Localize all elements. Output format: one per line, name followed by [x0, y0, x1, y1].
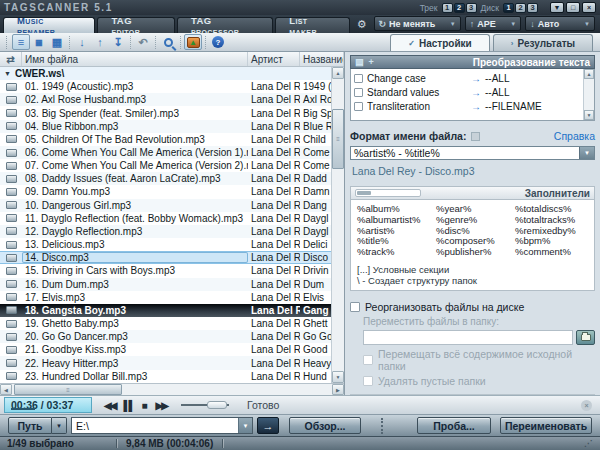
go-button[interactable]: → — [257, 417, 279, 434]
grid-large-icon[interactable]: ▦ — [48, 34, 66, 50]
list-icon[interactable]: ▤ — [355, 57, 364, 67]
search-icon[interactable] — [159, 34, 177, 50]
close-icon[interactable]: × — [582, 2, 596, 13]
path-combobox[interactable]: E:\ ▼ — [71, 417, 253, 434]
slider-thumb[interactable] — [207, 401, 227, 409]
placeholder-item[interactable]: %comment% — [515, 247, 588, 258]
folder-row[interactable]: ▼ CWER.ws\ — [0, 67, 331, 80]
grid-small-icon[interactable]: ▦ — [30, 34, 48, 50]
column-title[interactable]: Название — [300, 52, 344, 66]
file-row[interactable]: 16. Dum Dum.mp3Lana Del ReyDum — [0, 278, 331, 291]
placeholder-item[interactable]: %publisher% — [436, 247, 515, 258]
move-up-icon[interactable]: ↑ — [91, 34, 109, 50]
track-number-button[interactable]: 2 — [454, 3, 465, 13]
tag-write-dropdown[interactable]: ↓ Авто ▼ — [525, 16, 595, 31]
tag-mode-dropdown[interactable]: ↻ Не менять ▼ — [374, 16, 461, 31]
scroll-up-icon[interactable]: ▲ — [332, 67, 344, 79]
previous-icon[interactable]: ◀◀ — [104, 400, 115, 411]
column-filename[interactable]: Имя файла — [22, 52, 248, 66]
checkbox-icon[interactable] — [354, 74, 363, 83]
move-down-icon[interactable]: ↓ — [73, 34, 91, 50]
list-view-icon[interactable]: ≡ — [12, 34, 30, 50]
file-row[interactable]: 12. Dayglo Reflection.mp3Lana Del ReyDay… — [0, 225, 331, 238]
volume-slider[interactable] — [181, 401, 229, 409]
horizontal-scrollbar[interactable]: ◀ ≡ ▶ — [0, 383, 344, 395]
file-row[interactable]: 07. Come When You Call Me America (Versi… — [0, 159, 331, 172]
file-row[interactable]: 09. Damn You.mp3Lana Del ReyDamn — [0, 185, 331, 198]
file-row[interactable]: 21. Goodbye Kiss.mp3Lana Del ReyGood — [0, 343, 331, 356]
main-tab[interactable]: TAG editor — [97, 17, 175, 33]
file-row[interactable]: 11. Dayglo Reflection (feat. Bobby Womac… — [0, 212, 331, 225]
delete-empty-checkbox-row[interactable]: Удалять пустые папки — [363, 375, 595, 387]
file-row[interactable]: 06. Come When You Call Me America (Versi… — [0, 146, 331, 159]
file-row[interactable]: 15. Driving in Cars with Boys.mp3Lana De… — [0, 264, 331, 277]
shuffle-icon[interactable]: ⇄ — [0, 52, 22, 66]
gear-icon[interactable]: ⚙ — [357, 18, 367, 31]
file-row[interactable]: 10. Dangerous Girl.mp3Lana Del ReyDang — [0, 199, 331, 212]
placeholder-item[interactable]: %albumartist% — [357, 215, 436, 226]
scrollbar-thumb[interactable]: ≡ — [14, 384, 122, 395]
format-value[interactable]: %artist% - %title% — [351, 147, 579, 159]
scrollbar-thumb[interactable]: ≡ — [332, 109, 344, 169]
placeholder-item[interactable]: %totaltracks% — [515, 215, 588, 226]
placeholder-item[interactable]: %genre% — [436, 215, 515, 226]
add-icon[interactable]: + — [369, 57, 374, 67]
main-tab[interactable]: Music renamer — [3, 17, 95, 33]
path-value[interactable]: E:\ — [72, 418, 238, 433]
tab-settings[interactable]: ✓ Настройки — [390, 34, 490, 51]
resize-grip[interactable]: ⋰ — [584, 439, 593, 448]
checkbox-icon[interactable] — [354, 102, 363, 111]
format-input[interactable]: %artist% - %title% ▼ — [350, 146, 595, 160]
scroll-left-icon[interactable]: ◀ — [0, 384, 12, 395]
transform-row[interactable]: Transliteration→--FILENAME — [354, 99, 581, 113]
help-link[interactable]: Справка — [554, 130, 595, 142]
file-row[interactable]: 13. Delicious.mp3Lana Del ReyDelici — [0, 238, 331, 251]
file-row[interactable]: 22. Heavy Hitter.mp3Lana Del ReyHeavy — [0, 356, 331, 369]
pause-icon[interactable]: ▌▌ — [123, 400, 133, 411]
rename-button[interactable]: Переименовать — [500, 417, 592, 434]
format-option-icon[interactable] — [471, 132, 480, 141]
checkbox-icon[interactable] — [363, 376, 373, 386]
move-all-checkbox-row[interactable]: Перемещать всё содержимое исходной папки — [363, 348, 595, 372]
next-icon[interactable]: ▶▶ — [156, 400, 167, 411]
file-row[interactable]: 04. Blue Ribbon.mp3Lana Del ReyBlue R — [0, 120, 331, 133]
playback-time[interactable]: 00:36 / 03:37 — [4, 397, 92, 413]
placeholder-item[interactable]: %track% — [357, 247, 436, 258]
player-icon[interactable]: ▲ — [184, 34, 202, 50]
checkbox-icon[interactable] — [354, 88, 363, 97]
move-folder-input[interactable] — [363, 330, 573, 345]
scroll-down-icon[interactable]: ▼ — [584, 110, 594, 120]
help-icon[interactable]: ? — [209, 34, 227, 50]
tag-read-dropdown[interactable]: ↑ APE ▼ — [465, 16, 521, 31]
chevron-down-icon[interactable]: ▼ — [238, 418, 252, 433]
file-row[interactable]: 01. 1949 (Acoustic).mp3Lana Del Rey1949 … — [0, 80, 331, 93]
file-row[interactable]: 20. Go Go Dancer.mp3Lana Del ReyGo Go — [0, 330, 331, 343]
checkbox-icon[interactable] — [363, 355, 373, 365]
undo-icon[interactable]: ↶ — [134, 34, 152, 50]
file-row[interactable]: 17. Elvis.mp3Lana Del ReyElvis — [0, 291, 331, 304]
file-row[interactable]: 03. Big Spender (feat. Smiler).mp3Lana D… — [0, 106, 331, 119]
sort-icon[interactable]: ↧ — [109, 34, 127, 50]
transform-scrollbar[interactable]: ▲ ▼ — [583, 69, 594, 120]
vertical-scrollbar[interactable]: ▲ ≡ ▼ — [331, 67, 344, 383]
scroll-right-icon[interactable]: ▶ — [332, 384, 344, 395]
file-row[interactable]: 05. Children Of The Bad Revolution.mp3La… — [0, 133, 331, 146]
close-player-icon[interactable]: × — [581, 400, 592, 411]
disc-number-button[interactable]: 2 — [515, 3, 526, 13]
main-tab[interactable]: List maker — [275, 17, 349, 33]
slider-handle[interactable] — [357, 191, 371, 195]
checkbox-icon[interactable] — [350, 302, 360, 312]
main-tab[interactable]: TAG processor — [177, 17, 273, 33]
transform-row[interactable]: Standard values→--ALL — [354, 85, 581, 99]
stop-icon[interactable]: ■ — [142, 400, 148, 411]
chevron-down-icon[interactable]: ▼ — [579, 147, 594, 159]
track-number-button[interactable]: 1 — [442, 3, 453, 13]
scroll-up-icon[interactable]: ▲ — [584, 69, 594, 79]
file-row[interactable]: 02. Axl Rose Husband.mp3Lana Del ReyAxl … — [0, 93, 331, 106]
file-row[interactable]: 08. Daddy Issues (feat. Aaron LaCrate).m… — [0, 172, 331, 185]
transform-row[interactable]: Change case→--ALL — [354, 71, 581, 85]
file-row[interactable]: 18. Gangsta Boy.mp3Lana Del R...Gang — [0, 304, 331, 317]
browse-button[interactable]: Обзор... — [289, 417, 361, 434]
disc-number-button[interactable]: 1 — [503, 3, 514, 13]
maximize-icon[interactable]: □ — [566, 2, 580, 13]
